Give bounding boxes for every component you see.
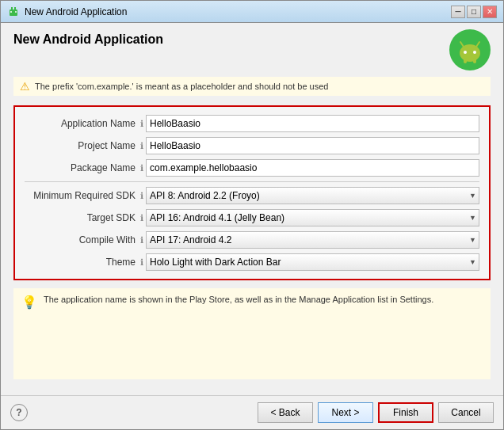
title-bar-buttons: ─ □ ✕	[451, 6, 497, 18]
svg-rect-4	[14, 7, 16, 10]
app-name-input[interactable]	[146, 115, 479, 132]
help-button[interactable]: ?	[10, 404, 28, 421]
package-name-wrapper: ℹ	[140, 159, 479, 177]
theme-wrapper: ℹ Holo Light with Dark Action Bar	[140, 253, 479, 271]
svg-line-11	[476, 42, 479, 47]
svg-rect-9	[473, 58, 476, 63]
footer-buttons: < Back Next > Finish Cancel	[258, 402, 494, 423]
theme-select[interactable]: Holo Light with Dark Action Bar	[146, 253, 479, 271]
project-name-wrapper: ℹ	[140, 137, 479, 154]
svg-rect-0	[10, 10, 17, 16]
theme-info-icon: ℹ	[140, 257, 143, 268]
main-window: New Android Application ─ □ ✕ New Androi…	[0, 0, 504, 430]
svg-point-5	[460, 44, 480, 62]
min-sdk-select[interactable]: API 8: Android 2.2 (Froyo)	[146, 187, 479, 204]
window-icon	[7, 6, 20, 18]
target-sdk-row: Target SDK ℹ API 16: Android 4.1 (Jelly …	[25, 209, 479, 226]
dialog-title: New Android Application	[13, 32, 449, 47]
target-sdk-wrapper: ℹ API 16: Android 4.1 (Jelly Bean)	[140, 209, 479, 226]
svg-point-1	[10, 11, 12, 13]
project-name-row: Project Name ℹ	[25, 137, 479, 154]
target-sdk-select[interactable]: API 16: Android 4.1 (Jelly Bean)	[146, 209, 479, 226]
info-text: The application name is shown in the Pla…	[44, 295, 433, 304]
cancel-button[interactable]: Cancel	[438, 402, 494, 423]
dialog-content: New Android Application ⚠ The prefix 'co…	[1, 23, 503, 395]
svg-point-2	[15, 11, 17, 13]
info-icon: 💡	[21, 295, 37, 310]
warning-icon: ⚠	[20, 80, 30, 93]
close-button[interactable]: ✕	[483, 6, 497, 18]
min-sdk-select-wrapper: API 8: Android 2.2 (Froyo)	[146, 187, 479, 204]
compile-with-row: Compile With ℹ API 17: Android 4.2	[25, 231, 479, 249]
svg-rect-8	[464, 58, 467, 63]
form-area: Application Name ℹ Project Name ℹ Packag…	[13, 105, 491, 280]
restore-button[interactable]: □	[467, 6, 481, 18]
min-sdk-row: Minimum Required SDK ℹ API 8: Android 2.…	[25, 187, 479, 204]
footer: ? < Back Next > Finish Cancel	[1, 395, 503, 429]
finish-button[interactable]: Finish	[378, 402, 433, 423]
app-name-row: Application Name ℹ	[25, 115, 479, 132]
svg-point-6	[464, 51, 467, 54]
compile-with-select[interactable]: API 17: Android 4.2	[146, 231, 479, 249]
svg-point-7	[473, 51, 476, 54]
project-name-info-icon: ℹ	[140, 141, 143, 151]
min-sdk-info-icon: ℹ	[140, 191, 143, 201]
min-sdk-wrapper: ℹ API 8: Android 2.2 (Froyo)	[140, 187, 479, 204]
title-bar: New Android Application ─ □ ✕	[1, 1, 503, 23]
min-sdk-label: Minimum Required SDK	[25, 190, 136, 201]
form-separator	[25, 181, 479, 182]
app-name-info-icon: ℹ	[140, 119, 143, 129]
target-sdk-info-icon: ℹ	[140, 213, 143, 223]
next-button[interactable]: Next >	[318, 402, 373, 423]
package-name-input[interactable]	[146, 159, 479, 177]
svg-rect-3	[11, 7, 13, 10]
project-name-label: Project Name	[25, 140, 136, 151]
compile-with-select-wrapper: API 17: Android 4.2	[146, 231, 479, 249]
window-title: New Android Application	[25, 6, 451, 17]
package-name-row: Package Name ℹ	[25, 159, 479, 177]
warning-bar: ⚠ The prefix 'com.example.' is meant as …	[13, 77, 491, 96]
minimize-button[interactable]: ─	[451, 6, 465, 18]
app-name-label: Application Name	[25, 118, 136, 129]
theme-label: Theme	[25, 257, 136, 268]
dialog-header: New Android Application	[13, 32, 491, 70]
package-name-label: Package Name	[25, 162, 136, 173]
target-sdk-select-wrapper: API 16: Android 4.1 (Jelly Bean)	[146, 209, 479, 226]
warning-text: The prefix 'com.example.' is meant as a …	[35, 82, 328, 91]
package-name-info-icon: ℹ	[140, 163, 143, 173]
app-name-wrapper: ℹ	[140, 115, 479, 132]
svg-line-10	[460, 42, 464, 47]
theme-row: Theme ℹ Holo Light with Dark Action Bar	[25, 253, 479, 271]
project-name-input[interactable]	[146, 137, 479, 154]
compile-with-info-icon: ℹ	[140, 235, 143, 245]
android-logo	[449, 29, 491, 70]
info-bar: 💡 The application name is shown in the P…	[13, 288, 491, 379]
compile-with-label: Compile With	[25, 234, 136, 245]
compile-with-wrapper: ℹ API 17: Android 4.2	[140, 231, 479, 249]
back-button[interactable]: < Back	[258, 402, 313, 423]
target-sdk-label: Target SDK	[25, 212, 136, 223]
theme-select-wrapper: Holo Light with Dark Action Bar	[146, 253, 479, 271]
